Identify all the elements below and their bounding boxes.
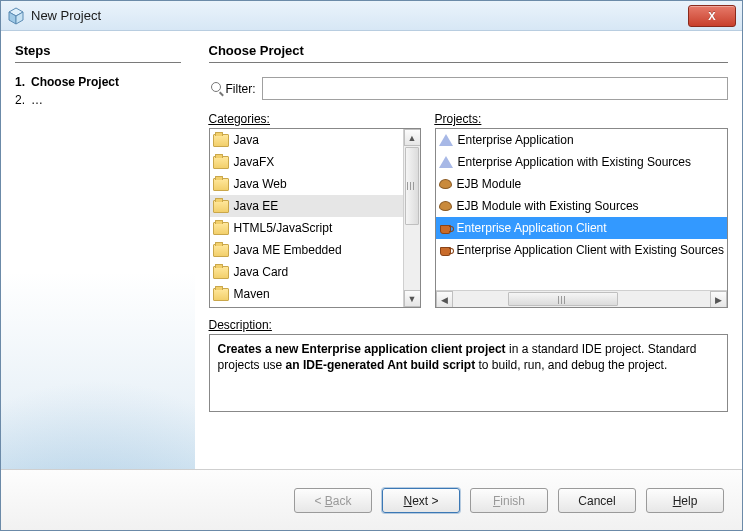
folder-icon xyxy=(213,178,229,191)
step-choose-project: 1.Choose Project xyxy=(15,73,181,91)
help-button[interactable]: Help xyxy=(646,488,724,513)
steps-panel: Steps 1.Choose Project 2.… xyxy=(1,31,195,469)
category-item-javafx[interactable]: JavaFX xyxy=(210,151,403,173)
projects-list[interactable]: Enterprise Application Enterprise Applic… xyxy=(435,128,728,308)
project-item-enterprise-app-client[interactable]: Enterprise Application Client xyxy=(436,217,727,239)
scroll-left-arrow[interactable]: ◀ xyxy=(436,291,453,308)
category-item-html5-js[interactable]: HTML5/JavaScript xyxy=(210,217,403,239)
filter-row: Filter: xyxy=(209,77,728,100)
folder-icon xyxy=(213,222,229,235)
project-item-enterprise-app[interactable]: Enterprise Application xyxy=(436,129,727,151)
folder-icon xyxy=(213,266,229,279)
folder-icon xyxy=(213,156,229,169)
app-icon xyxy=(7,7,25,25)
bean-icon xyxy=(439,201,452,211)
scroll-up-arrow[interactable]: ▲ xyxy=(404,129,421,146)
category-item-java-web[interactable]: Java Web xyxy=(210,173,403,195)
description-text: Creates a new Enterprise application cli… xyxy=(209,334,728,412)
pyramid-icon xyxy=(439,134,453,146)
scroll-down-arrow[interactable]: ▼ xyxy=(404,290,421,307)
search-icon xyxy=(211,82,224,95)
categories-list[interactable]: Java JavaFX Java Web Java EE HTML5/JavaS… xyxy=(209,128,421,308)
categories-label: Categories: xyxy=(209,112,421,126)
cup-icon xyxy=(439,244,452,256)
finish-button[interactable]: Finish xyxy=(470,488,548,513)
category-item-java-card[interactable]: Java Card xyxy=(210,261,403,283)
steps-list: 1.Choose Project 2.… xyxy=(15,73,181,109)
project-item-ejb-module-existing[interactable]: EJB Module with Existing Sources xyxy=(436,195,727,217)
folder-icon xyxy=(213,200,229,213)
project-item-ejb-module[interactable]: EJB Module xyxy=(436,173,727,195)
next-button[interactable]: Next > xyxy=(382,488,460,513)
steps-heading: Steps xyxy=(15,43,181,63)
folder-icon xyxy=(213,244,229,257)
projects-label: Projects: xyxy=(435,112,728,126)
pyramid-icon xyxy=(439,156,453,168)
project-item-enterprise-app-client-existing[interactable]: Enterprise Application Client with Exist… xyxy=(436,239,727,261)
scroll-right-arrow[interactable]: ▶ xyxy=(710,291,727,308)
step-ellipsis: 2.… xyxy=(15,91,181,109)
category-item-java-me[interactable]: Java ME Embedded xyxy=(210,239,403,261)
filter-label: Filter: xyxy=(211,82,256,96)
main-panel: Choose Project Filter: Categories: Java … xyxy=(195,31,742,469)
category-item-java[interactable]: Java xyxy=(210,129,403,151)
cup-icon xyxy=(439,222,452,234)
filter-input[interactable] xyxy=(262,77,728,100)
choose-project-heading: Choose Project xyxy=(209,43,728,63)
projects-scrollbar[interactable]: ◀ ▶ xyxy=(436,290,727,307)
button-bar: < Back Next > Finish Cancel Help xyxy=(1,469,742,531)
cancel-button[interactable]: Cancel xyxy=(558,488,636,513)
bean-icon xyxy=(439,179,452,189)
scroll-thumb[interactable] xyxy=(508,292,618,306)
categories-scrollbar[interactable]: ▲ ▼ xyxy=(403,129,420,307)
project-item-enterprise-app-existing[interactable]: Enterprise Application with Existing Sou… xyxy=(436,151,727,173)
scroll-thumb[interactable] xyxy=(405,147,419,225)
window-title: New Project xyxy=(31,8,688,23)
category-item-maven[interactable]: Maven xyxy=(210,283,403,305)
window-close-button[interactable]: X xyxy=(688,5,736,27)
description-label: Description: xyxy=(209,318,728,332)
titlebar[interactable]: New Project X xyxy=(1,1,742,31)
folder-icon xyxy=(213,134,229,147)
back-button[interactable]: < Back xyxy=(294,488,372,513)
folder-icon xyxy=(213,288,229,301)
category-item-java-ee[interactable]: Java EE xyxy=(210,195,403,217)
